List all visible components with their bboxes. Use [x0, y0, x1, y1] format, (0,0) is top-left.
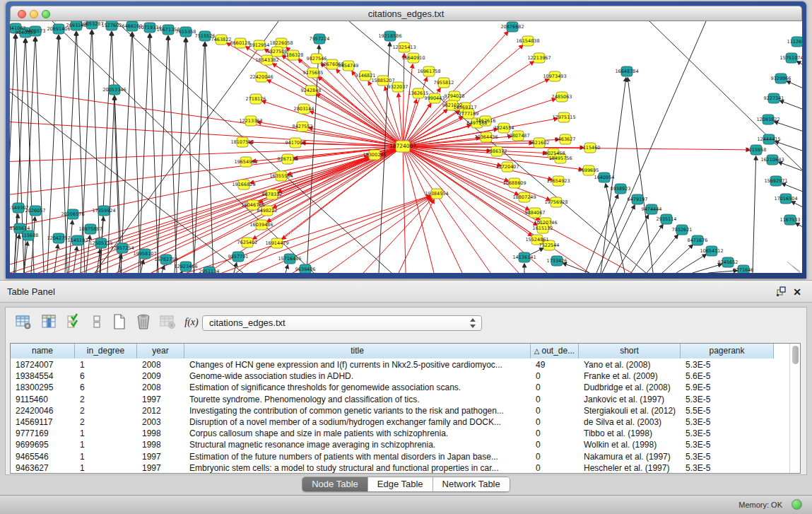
status-bar: Memory: OK — [0, 495, 812, 514]
table-cell: 9463627 — [11, 462, 75, 474]
table-settings-icon — [15, 313, 32, 330]
table-cell: 0 — [531, 416, 579, 428]
table-cell: 2008 — [137, 382, 184, 393]
table-row[interactable]: 1872400712008Changes of HCN gene express… — [11, 359, 791, 370]
table-row[interactable]: 1830029562008Estimation of significance … — [11, 382, 791, 393]
table-cell: Corpus callosum shape and size in male p… — [184, 428, 531, 439]
memory-ok-indicator[interactable] — [792, 499, 802, 510]
svg-text:9322037: 9322037 — [388, 84, 408, 90]
table-cell: 5.3E-5 — [681, 416, 774, 428]
table-cell: 1 — [75, 359, 137, 370]
svg-text:19218586: 19218586 — [378, 33, 401, 39]
svg-text:16355564: 16355564 — [269, 173, 293, 179]
svg-text:18226058: 18226058 — [269, 40, 293, 46]
close-icon: ✕ — [793, 286, 801, 298]
network-canvas[interactable]: 1841062904055394055732069140626931401065… — [10, 21, 802, 273]
svg-text:9990443: 9990443 — [425, 95, 445, 101]
table-cell: Disruption of a novel member of a sodium… — [184, 416, 531, 428]
table-cell: Nakamura et al. (1997) — [579, 451, 681, 462]
svg-text:7832621: 7832621 — [672, 227, 693, 233]
delete-columns-button[interactable] — [134, 313, 153, 332]
column-header-out_de[interactable]: △out_de... — [531, 344, 579, 358]
select-rows-button[interactable] — [65, 313, 83, 332]
maximize-window-button[interactable] — [42, 10, 50, 18]
table-cell: 14569117 — [11, 416, 75, 428]
table-cell: 1997 — [137, 394, 184, 405]
svg-text:17957254: 17957254 — [110, 245, 134, 251]
svg-text:2026057: 2026057 — [25, 208, 46, 214]
close-window-button[interactable] — [18, 10, 26, 18]
svg-text:1640954: 1640954 — [594, 175, 615, 180]
table-cell: 5.3E-5 — [681, 428, 774, 439]
column-header-title[interactable]: title — [184, 344, 531, 358]
svg-text:16210643: 16210643 — [760, 157, 784, 163]
minimize-window-button[interactable] — [30, 10, 38, 18]
table-row[interactable]: 969969511998Structural magnetic resonanc… — [11, 439, 791, 450]
table-row[interactable]: 946554611997Estimation of the future num… — [11, 451, 791, 462]
svg-text:1167533: 1167533 — [780, 217, 801, 223]
table-row[interactable]: 2242004622012Investigating the contribut… — [11, 405, 791, 416]
column-header-in_degree[interactable]: in_degree — [75, 344, 137, 358]
table-selector-dropdown[interactable]: citations_edges.txt — [202, 315, 482, 331]
table-cell: 1997 — [137, 451, 184, 462]
svg-text:10688609: 10688609 — [502, 180, 526, 186]
svg-text:20364436: 20364436 — [474, 134, 498, 140]
table-cell: 5.9E-5 — [681, 382, 774, 393]
table-cell: 18724007 — [11, 359, 75, 370]
float-panel-button[interactable] — [775, 286, 788, 298]
table-cell: 2 — [75, 405, 137, 416]
table-cell: 0 — [531, 405, 579, 416]
svg-text:10975887: 10975887 — [78, 226, 102, 232]
table-cell: 1 — [75, 462, 137, 474]
close-panel-button[interactable]: ✕ — [791, 286, 804, 298]
column-header-pagerank[interactable]: pagerank — [681, 344, 774, 358]
svg-text:8454749: 8454749 — [339, 63, 359, 69]
svg-text:10654112: 10654112 — [700, 248, 723, 254]
svg-text:17975115: 17975115 — [552, 115, 575, 120]
column-header-short[interactable]: short — [579, 344, 681, 358]
table-row[interactable]: 1456911722003Disruption of a novel membe… — [11, 416, 791, 428]
svg-text:9639486: 9639486 — [295, 267, 316, 272]
table-cell: 18300295 — [11, 382, 75, 393]
column-header-name[interactable]: name — [11, 344, 75, 358]
create-column-button[interactable] — [110, 313, 129, 332]
svg-text:10973493: 10973493 — [543, 74, 566, 79]
table-row[interactable]: 946362711997Embryonic stem cells: a mode… — [11, 462, 791, 474]
svg-text:10120746: 10120746 — [534, 220, 557, 226]
table-cell: Hescheler et al. (1997) — [579, 462, 681, 474]
scrollbar-thumb[interactable] — [792, 346, 799, 364]
tab-edge-table[interactable]: Edge Table — [368, 477, 433, 491]
table-cell: Changes of HCN gene expression and I(f) … — [184, 359, 531, 370]
table-mode-button[interactable] — [14, 313, 33, 332]
row-height-button[interactable] — [88, 313, 106, 332]
citation-network-graph[interactable]: 1841062904055394055732069140626931401065… — [10, 21, 802, 273]
svg-text:1527602: 1527602 — [102, 23, 122, 28]
table-cell: 1997 — [137, 462, 184, 474]
svg-text:7625402: 7625402 — [237, 240, 258, 245]
svg-text:16046766: 16046766 — [241, 202, 264, 208]
network-window-titlebar[interactable]: citations_edges.txt — [10, 6, 802, 21]
trash-icon — [135, 313, 152, 330]
svg-text:15524861: 15524861 — [525, 237, 548, 243]
table-cell: 2008 — [137, 359, 184, 370]
tab-node-table[interactable]: Node Table — [302, 477, 368, 491]
svg-text:1112697: 1112697 — [787, 39, 802, 45]
svg-text:9245652: 9245652 — [718, 259, 739, 265]
float-window-icon — [776, 286, 787, 297]
tab-network-table[interactable]: Network Table — [433, 477, 510, 491]
table-cell: 5.5E-5 — [681, 405, 774, 416]
svg-text:16039486: 16039486 — [249, 222, 273, 228]
column-header-year[interactable]: year — [137, 344, 184, 358]
svg-text:20053346: 20053346 — [102, 87, 126, 93]
memory-status-label: Memory: OK — [739, 501, 782, 509]
vertical-scrollbar[interactable] — [789, 344, 800, 473]
table-panel-body: f(x) citations_edges.txt namein_degreeye… — [5, 307, 807, 475]
table-row[interactable]: 911546021997Tourette syndrome. Phenomeno… — [11, 394, 791, 405]
svg-text:17016504: 17016504 — [774, 196, 797, 201]
table-cell: 9465546 — [11, 451, 75, 462]
show-columns-button[interactable] — [40, 313, 58, 332]
function-builder-button[interactable]: f(x) — [182, 313, 201, 332]
table-row[interactable]: 1938455462009Genome-wide association stu… — [11, 370, 791, 382]
delete-table-button[interactable] — [158, 313, 177, 332]
table-row[interactable]: 977716911998Corpus callosum shape and si… — [11, 428, 791, 439]
